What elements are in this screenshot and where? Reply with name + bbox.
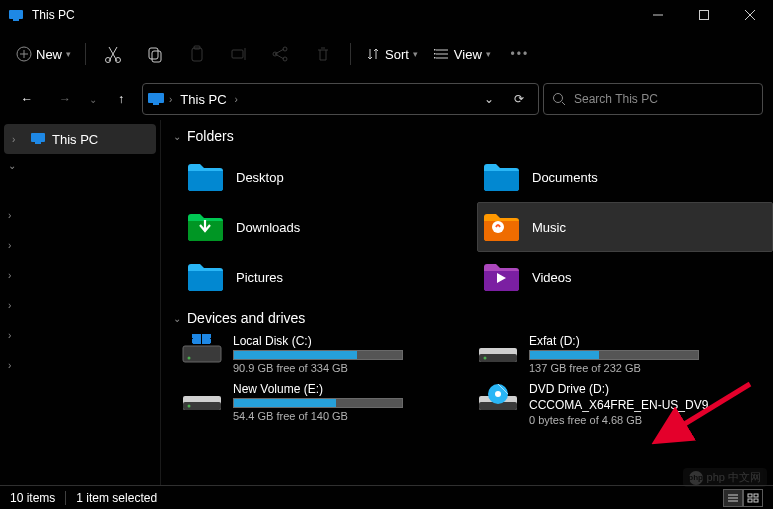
- chevron-down-icon: ▾: [486, 49, 491, 59]
- refresh-button[interactable]: ⟳: [504, 92, 534, 106]
- sort-icon: [365, 46, 381, 62]
- svg-rect-43: [202, 339, 211, 343]
- drive-name: New Volume (E:): [233, 382, 403, 396]
- new-button[interactable]: New ▾: [10, 38, 77, 70]
- sidebar-hidden-item[interactable]: ⌄: [0, 160, 160, 200]
- folder-label: Desktop: [236, 170, 284, 185]
- breadcrumb[interactable]: This PC: [176, 92, 230, 107]
- svg-rect-13: [192, 48, 202, 61]
- drive-name: DVD Drive (D:): [529, 382, 708, 396]
- group-header-devices[interactable]: ⌄ Devices and drives: [161, 302, 773, 334]
- navigation-pane: › This PC ⌄ › › › › › ›: [0, 120, 160, 485]
- svg-point-49: [188, 405, 191, 408]
- more-icon: •••: [511, 47, 530, 61]
- chevron-right-icon[interactable]: ›: [8, 360, 20, 371]
- share-button[interactable]: [262, 38, 300, 70]
- drive-icon: [477, 382, 519, 414]
- history-dropdown[interactable]: ⌄: [474, 92, 504, 106]
- drive-item[interactable]: Local Disk (C:) 90.9 GB free of 334 GB: [181, 334, 477, 374]
- window-title: This PC: [32, 8, 75, 22]
- separator: [65, 491, 66, 505]
- drive-free: 137 GB free of 232 GB: [529, 362, 699, 374]
- svg-point-46: [484, 357, 487, 360]
- drive-icon: [181, 382, 223, 414]
- svg-rect-42: [192, 339, 201, 343]
- chevron-down-icon: ⌄: [173, 131, 181, 142]
- rename-button[interactable]: [220, 38, 258, 70]
- folder-label: Videos: [532, 270, 572, 285]
- more-button[interactable]: •••: [501, 38, 539, 70]
- search-input[interactable]: Search This PC: [543, 83, 763, 115]
- drive-item[interactable]: New Volume (E:) 54.4 GB free of 140 GB: [181, 382, 477, 426]
- sort-button[interactable]: Sort ▾: [359, 38, 424, 70]
- sidebar-hidden-item[interactable]: ›: [0, 290, 160, 320]
- paste-button[interactable]: [178, 38, 216, 70]
- search-icon: [552, 92, 566, 106]
- folder-label: Documents: [532, 170, 598, 185]
- cut-button[interactable]: [94, 38, 132, 70]
- folder-label: Music: [532, 220, 566, 235]
- share-icon: [272, 45, 290, 63]
- folder-item-documents[interactable]: Documents: [477, 152, 773, 202]
- svg-rect-12: [152, 51, 161, 62]
- capacity-bar: [529, 350, 699, 360]
- status-item-count: 10 items: [10, 491, 55, 505]
- sidebar-hidden-item[interactable]: ›: [0, 350, 160, 380]
- capacity-bar: [233, 398, 403, 408]
- drive-free: 0 bytes free of 4.68 GB: [529, 414, 708, 426]
- view-button[interactable]: View ▾: [428, 38, 497, 70]
- folder-item-videos[interactable]: Videos: [477, 252, 773, 302]
- back-button[interactable]: ←: [10, 83, 44, 115]
- rename-icon: [230, 45, 248, 63]
- group-header-folders[interactable]: ⌄ Folders: [161, 120, 773, 152]
- view-icon: [434, 46, 450, 62]
- sidebar-item-label: This PC: [52, 132, 98, 147]
- capacity-bar: [233, 350, 403, 360]
- folder-icon: [186, 211, 224, 243]
- delete-button[interactable]: [304, 38, 342, 70]
- svg-rect-26: [148, 93, 164, 103]
- close-button[interactable]: [727, 0, 773, 30]
- drive-item[interactable]: Exfat (D:) 137 GB free of 232 GB: [477, 334, 773, 374]
- svg-point-53: [495, 391, 501, 397]
- sidebar-hidden-item[interactable]: ›: [0, 260, 160, 290]
- address-bar[interactable]: › This PC › ⌄ ⟳: [142, 83, 539, 115]
- chevron-right-icon[interactable]: ›: [8, 240, 20, 251]
- svg-rect-31: [35, 142, 41, 144]
- app-icon: [8, 7, 24, 23]
- svg-point-35: [188, 357, 191, 360]
- svg-rect-60: [754, 499, 758, 502]
- sidebar-item-this-pc[interactable]: › This PC: [4, 124, 156, 154]
- chevron-right-icon[interactable]: ›: [8, 210, 20, 221]
- details-view-button[interactable]: [723, 489, 743, 507]
- sidebar-hidden-item[interactable]: ›: [0, 320, 160, 350]
- folder-icon: [482, 211, 520, 243]
- watermark: php php 中文网: [683, 468, 767, 487]
- folder-icon: [186, 161, 224, 193]
- chevron-right-icon[interactable]: ›: [8, 330, 20, 341]
- sidebar-hidden-item[interactable]: ›: [0, 230, 160, 260]
- folder-icon: [482, 261, 520, 293]
- sidebar-hidden-item[interactable]: ›: [0, 200, 160, 230]
- copy-button[interactable]: [136, 38, 174, 70]
- forward-button[interactable]: →: [48, 83, 82, 115]
- recent-dropdown[interactable]: ⌄: [86, 83, 100, 115]
- minimize-button[interactable]: [635, 0, 681, 30]
- chevron-right-icon[interactable]: ›: [8, 270, 20, 281]
- up-button[interactable]: ↑: [104, 83, 138, 115]
- drive-item[interactable]: DVD Drive (D:) CCCOMA_X64FRE_EN-US_DV9 0…: [477, 382, 773, 426]
- chevron-right-icon[interactable]: ›: [8, 300, 20, 311]
- folder-item-pictures[interactable]: Pictures: [181, 252, 477, 302]
- folder-item-downloads[interactable]: Downloads: [181, 202, 477, 252]
- chevron-down-icon[interactable]: ⌄: [8, 160, 20, 171]
- maximize-button[interactable]: [681, 0, 727, 30]
- thumbnails-view-button[interactable]: [743, 489, 763, 507]
- copy-icon: [146, 45, 164, 63]
- drive-free: 54.4 GB free of 140 GB: [233, 410, 403, 422]
- drive-icon: [477, 334, 519, 366]
- chevron-down-icon: ▾: [66, 49, 71, 59]
- folder-item-desktop[interactable]: Desktop: [181, 152, 477, 202]
- chevron-right-icon[interactable]: ›: [12, 134, 24, 145]
- folder-label: Pictures: [236, 270, 283, 285]
- folder-item-music[interactable]: Music: [477, 202, 773, 252]
